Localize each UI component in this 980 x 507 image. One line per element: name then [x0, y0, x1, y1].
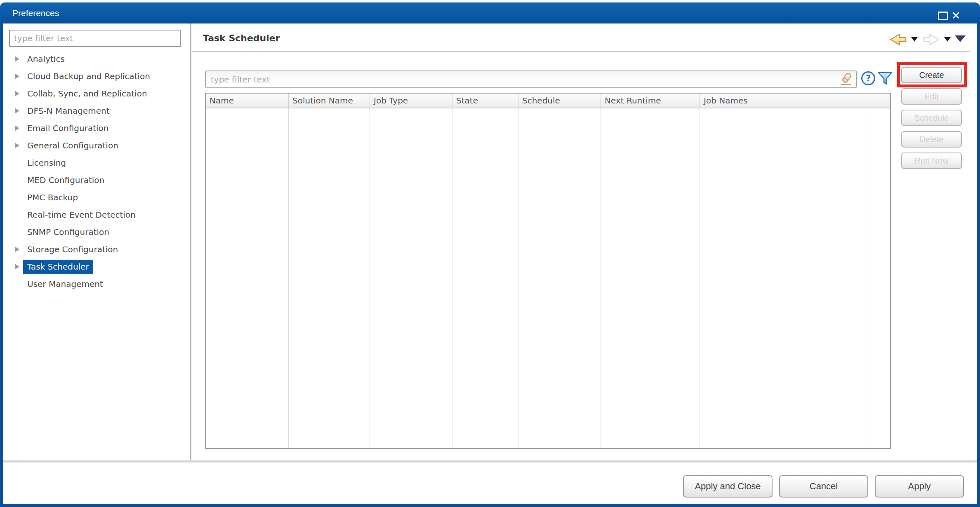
sidebar-item-task-scheduler[interactable]: Task Scheduler — [3, 258, 190, 275]
column-header-job-names[interactable]: Job Names — [700, 94, 865, 108]
edit-button: Edit — [901, 88, 962, 105]
table-body-column — [370, 108, 452, 448]
help-icon[interactable]: ? — [861, 71, 875, 85]
cancel-button[interactable]: Cancel — [779, 475, 868, 498]
close-icon[interactable]: ✕ — [951, 5, 961, 26]
expand-arrow-icon[interactable] — [15, 73, 20, 79]
sidebar-item-snmp-configuration[interactable]: SNMP Configuration — [3, 223, 190, 241]
header-separator — [192, 51, 970, 52]
table-body-column — [865, 108, 890, 448]
table-body-column — [518, 108, 601, 448]
expand-arrow-triangle — [15, 108, 19, 114]
tree-item-label: Storage Configuration — [23, 242, 122, 256]
column-header-schedule[interactable]: Schedule — [518, 94, 601, 108]
expand-arrow-icon[interactable] — [15, 264, 20, 270]
tree-item-label: MED Configuration — [23, 173, 108, 187]
page-title: Task Scheduler — [203, 33, 280, 43]
sidebar-item-real-time-event-detection[interactable]: Real-time Event Detection — [3, 206, 190, 223]
window-border-right — [977, 23, 980, 507]
table-filter-input[interactable] — [205, 70, 857, 88]
footer-separator — [3, 460, 977, 462]
expand-arrow-triangle — [15, 246, 19, 252]
window-title: Preferences — [12, 2, 59, 23]
column-header-job-type[interactable]: Job Type — [370, 94, 452, 108]
sidebar-item-collab-sync-and-replication[interactable]: Collab, Sync, and Replication — [3, 85, 190, 102]
panel-divider — [190, 23, 191, 460]
sidebar-item-email-configuration[interactable]: Email Configuration — [3, 120, 190, 137]
expand-arrow-triangle — [15, 143, 19, 148]
sidebar-item-dfs-n-management[interactable]: DFS-N Management — [3, 102, 190, 120]
expand-arrow-icon[interactable] — [15, 125, 20, 131]
tree-item-label: General Configuration — [23, 138, 122, 153]
tree-item-label: Real-time Event Detection — [23, 208, 140, 222]
tree-item-label: DFS-N Management — [23, 104, 114, 118]
tree-item-label: Analytics — [23, 52, 69, 66]
sidebar-item-pmc-backup[interactable]: PMC Backup — [3, 189, 190, 206]
expand-arrow-triangle — [15, 91, 19, 96]
apply-and-close-button[interactable]: Apply and Close — [683, 475, 773, 498]
tasks-table: NameSolution NameJob TypeStateScheduleNe… — [205, 93, 891, 449]
column-header-state[interactable]: State — [452, 94, 518, 108]
sidebar-item-med-configuration[interactable]: MED Configuration — [3, 171, 190, 189]
view-menu-icon[interactable] — [955, 35, 966, 42]
table-body-column — [452, 108, 518, 448]
back-dropdown-icon[interactable] — [911, 37, 918, 42]
tree-item-label: Task Scheduler — [23, 260, 93, 274]
tree-item-label: Email Configuration — [23, 121, 113, 135]
table-body-column — [289, 108, 370, 448]
sidebar-item-analytics[interactable]: Analytics — [3, 50, 190, 68]
sidebar-item-storage-configuration[interactable]: Storage Configuration — [3, 241, 190, 258]
sidebar-item-user-management[interactable]: User Management — [3, 275, 190, 293]
table-body-column — [206, 108, 289, 448]
tree-item-label: SNMP Configuration — [23, 225, 113, 239]
sidebar-item-licensing[interactable]: Licensing — [3, 154, 190, 171]
expand-arrow-triangle — [15, 264, 19, 270]
forward-dropdown-icon[interactable] — [944, 37, 951, 42]
preferences-tree: AnalyticsCloud Backup and ReplicationCol… — [3, 50, 190, 293]
tree-item-label: PMC Backup — [23, 190, 82, 204]
eraser-icon[interactable] — [839, 73, 854, 85]
column-header-next-runtime[interactable]: Next Runtime — [601, 94, 700, 108]
preferences-window: Preferences ✕ AnalyticsCloud Backup and … — [0, 0, 980, 507]
back-icon[interactable] — [889, 33, 907, 46]
expand-arrow-triangle — [15, 73, 19, 79]
maximize-icon[interactable] — [938, 12, 948, 20]
expand-arrow-icon[interactable] — [15, 143, 20, 148]
create-button[interactable]: Create — [901, 67, 962, 83]
delete-button: Delete — [901, 131, 962, 148]
forward-icon[interactable] — [922, 33, 940, 46]
expand-arrow-icon[interactable] — [15, 56, 20, 62]
window-border-left — [0, 23, 3, 507]
expand-arrow-triangle — [15, 56, 19, 62]
column-header-name[interactable]: Name — [206, 94, 289, 108]
schedule-button: Schedule — [901, 110, 962, 126]
titlebar: Preferences ✕ — [0, 2, 980, 23]
expand-arrow-icon[interactable] — [15, 91, 20, 96]
table-body-column — [601, 108, 700, 448]
tree-item-label: Licensing — [23, 156, 70, 170]
column-header-solution-name[interactable]: Solution Name — [289, 94, 370, 108]
table-body-column — [700, 108, 865, 448]
tree-item-label: Cloud Backup and Replication — [23, 69, 154, 83]
window-border-bottom — [0, 504, 980, 507]
sidebar-item-cloud-backup-and-replication[interactable]: Cloud Backup and Replication — [3, 68, 190, 85]
run-now-button: Run Now — [901, 153, 962, 169]
filter-icon[interactable] — [877, 70, 893, 86]
expand-arrow-icon[interactable] — [15, 108, 20, 114]
apply-button[interactable]: Apply — [875, 475, 964, 498]
sidebar-item-general-configuration[interactable]: General Configuration — [3, 137, 190, 154]
expand-arrow-icon[interactable] — [15, 246, 20, 252]
tree-item-label: User Management — [23, 277, 107, 291]
tree-item-label: Collab, Sync, and Replication — [23, 87, 151, 101]
expand-arrow-triangle — [15, 125, 19, 131]
sidebar-filter-input[interactable] — [9, 30, 181, 47]
column-header-filler — [865, 94, 890, 108]
